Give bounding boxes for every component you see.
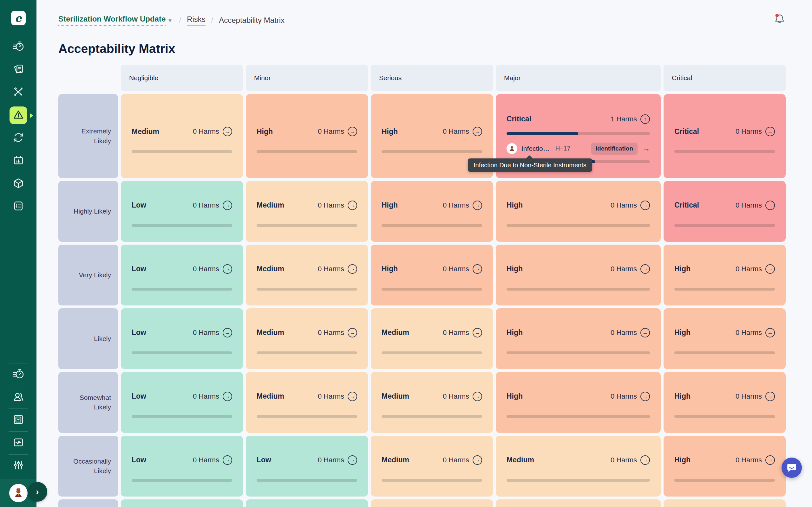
- harms-link[interactable]: 0 Harms→: [611, 201, 650, 210]
- harms-link[interactable]: 0 Harms→: [193, 127, 232, 136]
- sidebar-item-cube[interactable]: [9, 175, 27, 193]
- matrix-cell[interactable]: [371, 499, 493, 507]
- harms-link[interactable]: 0 Harms→: [443, 127, 482, 136]
- matrix-cell[interactable]: High0 Harms→: [496, 245, 661, 305]
- arrow-right-circle-icon[interactable]: →: [765, 328, 775, 337]
- arrow-right-circle-icon[interactable]: →: [348, 392, 357, 401]
- harms-link[interactable]: 0 Harms→: [611, 264, 650, 274]
- matrix-cell[interactable]: High0 Harms→: [664, 245, 786, 305]
- matrix-cell[interactable]: Low0 Harms→: [121, 308, 243, 369]
- harms-link[interactable]: 0 Harms→: [443, 392, 482, 401]
- matrix-cell[interactable]: High0 Harms→: [496, 372, 661, 433]
- chevron-down-icon[interactable]: ▾: [168, 17, 171, 24]
- arrow-right-circle-icon[interactable]: →: [223, 127, 232, 136]
- sidebar-expand-button[interactable]: ›: [28, 482, 47, 502]
- arrow-right-circle-icon[interactable]: →: [473, 264, 482, 274]
- matrix-cell[interactable]: High0 Harms→: [246, 94, 368, 178]
- sidebar-item-calendar-chart[interactable]: [9, 152, 27, 170]
- harms-link[interactable]: 0 Harms→: [735, 201, 775, 210]
- sidebar-item-risk-warning[interactable]: [9, 107, 27, 124]
- harms-link[interactable]: 0 Harms→: [443, 455, 482, 465]
- matrix-cell[interactable]: Critical0 Harms→: [664, 181, 786, 242]
- matrix-cell[interactable]: Low0 Harms→: [246, 436, 368, 497]
- arrow-up-circle-icon[interactable]: ↑: [641, 114, 650, 124]
- sidebar-item-documents[interactable]: [9, 61, 27, 78]
- arrow-right-circle-icon[interactable]: →: [641, 201, 650, 210]
- harms-link[interactable]: 0 Harms→: [735, 392, 775, 401]
- arrow-right-circle-icon[interactable]: →: [765, 455, 775, 465]
- harms-link[interactable]: 0 Harms→: [193, 392, 232, 401]
- arrow-right-circle-icon[interactable]: →: [348, 201, 357, 210]
- arrow-right-circle-icon[interactable]: →: [641, 455, 650, 465]
- matrix-cell[interactable]: Medium0 Harms→: [496, 436, 661, 497]
- harms-link[interactable]: 0 Harms→: [611, 455, 650, 465]
- arrow-right-circle-icon[interactable]: →: [641, 328, 650, 337]
- arrow-right-circle-icon[interactable]: →: [765, 201, 775, 210]
- arrow-right-circle-icon[interactable]: →: [223, 392, 232, 401]
- matrix-cell[interactable]: High0 Harms→: [496, 181, 661, 242]
- matrix-cell[interactable]: Low0 Harms→: [121, 372, 243, 433]
- sidebar-item-requirements[interactable]: [9, 198, 27, 216]
- harms-link[interactable]: 0 Harms→: [318, 201, 357, 210]
- matrix-cell[interactable]: High0 Harms→: [496, 308, 661, 369]
- notifications-button[interactable]: [773, 13, 786, 28]
- arrow-right-circle-icon[interactable]: →: [223, 455, 232, 465]
- matrix-cell[interactable]: High0 Harms→: [664, 372, 786, 433]
- matrix-cell[interactable]: Medium0 Harms→: [371, 308, 493, 369]
- arrow-right-circle-icon[interactable]: →: [473, 201, 482, 210]
- arrow-right-circle-icon[interactable]: →: [223, 201, 232, 210]
- harms-link[interactable]: 0 Harms→: [193, 264, 232, 274]
- harms-link[interactable]: 0 Harms→: [735, 264, 775, 274]
- harms-link[interactable]: 0 Harms→: [611, 392, 650, 401]
- matrix-cell[interactable]: [246, 499, 368, 507]
- harms-link[interactable]: 0 Harms→: [318, 328, 357, 337]
- matrix-cell[interactable]: High0 Harms→: [371, 181, 493, 242]
- harms-link[interactable]: 0 Harms→: [443, 264, 482, 274]
- sidebar-item-design-tools[interactable]: [9, 83, 27, 101]
- matrix-cell[interactable]: Critical1 Harms↑Infectio…H–17Identificat…: [496, 94, 661, 178]
- breadcrumb-project[interactable]: Sterilization Workflow Update: [58, 14, 165, 26]
- sidebar-item-timer[interactable]: [9, 366, 27, 383]
- harms-link[interactable]: 0 Harms→: [193, 201, 232, 210]
- harms-link[interactable]: 0 Harms→: [318, 264, 357, 274]
- matrix-cell[interactable]: High0 Harms→: [664, 436, 786, 497]
- harms-link[interactable]: 0 Harms→: [735, 127, 775, 136]
- harms-link[interactable]: 0 Harms→: [735, 328, 775, 337]
- sidebar-item-inbox[interactable]: [9, 411, 27, 429]
- chat-launcher-button[interactable]: [781, 458, 802, 478]
- arrow-right-circle-icon[interactable]: →: [348, 455, 357, 465]
- harms-link[interactable]: 0 Harms→: [193, 328, 232, 337]
- arrow-right-circle-icon[interactable]: →: [473, 127, 482, 136]
- breadcrumb-risks-link[interactable]: Risks: [187, 15, 206, 26]
- matrix-cell[interactable]: [496, 499, 661, 507]
- arrow-right-circle-icon[interactable]: →: [223, 264, 232, 274]
- harm-entry[interactable]: Infectio…H–17Identification→: [507, 143, 650, 155]
- arrow-right-circle-icon[interactable]: →: [223, 328, 232, 337]
- matrix-cell[interactable]: Low0 Harms→: [121, 245, 243, 305]
- matrix-cell[interactable]: Medium0 Harms→: [246, 245, 368, 305]
- matrix-cell[interactable]: Medium0 Harms→: [121, 94, 243, 178]
- matrix-cell[interactable]: High0 Harms→: [371, 245, 493, 305]
- sidebar-item-sync[interactable]: [9, 129, 27, 147]
- sidebar-item-activity[interactable]: [9, 434, 27, 452]
- matrix-cell[interactable]: Low0 Harms→: [121, 181, 243, 242]
- arrow-right-circle-icon[interactable]: →: [348, 328, 357, 337]
- harms-link[interactable]: 0 Harms→: [193, 455, 232, 465]
- harm-open-arrow-icon[interactable]: →: [643, 144, 650, 153]
- arrow-right-circle-icon[interactable]: →: [765, 392, 775, 401]
- matrix-cell[interactable]: Medium0 Harms→: [246, 372, 368, 433]
- arrow-right-circle-icon[interactable]: →: [348, 264, 357, 274]
- matrix-cell[interactable]: High0 Harms→: [664, 308, 786, 369]
- arrow-right-circle-icon[interactable]: →: [473, 328, 482, 337]
- arrow-right-circle-icon[interactable]: →: [765, 127, 775, 136]
- user-avatar[interactable]: [9, 484, 28, 502]
- arrow-right-circle-icon[interactable]: →: [473, 392, 482, 401]
- arrow-right-circle-icon[interactable]: →: [641, 264, 650, 274]
- sidebar-item-sliders[interactable]: [9, 457, 27, 475]
- matrix-cell[interactable]: [121, 499, 243, 507]
- arrow-right-circle-icon[interactable]: →: [348, 127, 357, 136]
- matrix-cell[interactable]: Medium0 Harms→: [246, 308, 368, 369]
- arrow-right-circle-icon[interactable]: →: [765, 264, 775, 274]
- matrix-cell[interactable]: Critical0 Harms→: [664, 94, 786, 178]
- harms-link[interactable]: 0 Harms→: [443, 328, 482, 337]
